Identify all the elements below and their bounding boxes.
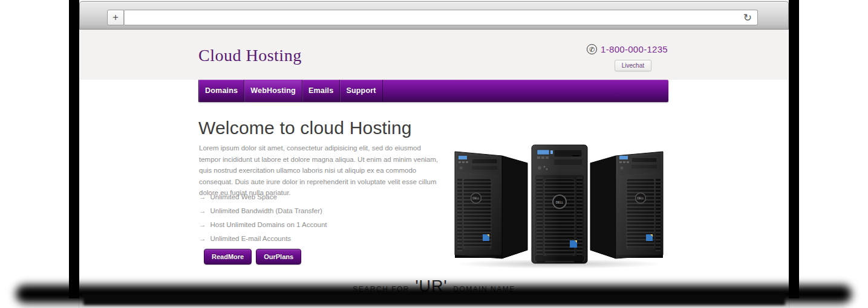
- nav-label: WebHosting: [250, 86, 296, 95]
- browser-window: + ↻ Cloud Hosting ✆ 1-800-000-1235 Livec…: [79, 1, 789, 308]
- feature-label: Unlimited Bandwidth (Data Transfer): [210, 207, 322, 214]
- main-nav: Domains WebHosting Emails Support: [198, 80, 668, 102]
- new-tab-button[interactable]: +: [107, 10, 124, 25]
- features-list: →Unlimited Web Space →Unlimited Bandwidt…: [199, 190, 327, 246]
- nav-label: Support: [346, 86, 376, 95]
- nav-item-support[interactable]: Support: [339, 80, 382, 102]
- plus-icon: +: [113, 11, 119, 23]
- server-tower-left: DELL: [455, 152, 527, 258]
- feature-item: →Unlimited Bandwidth (Data Transfer): [199, 204, 327, 218]
- server-towers-image: DELL: [451, 144, 667, 269]
- nav-item-emails[interactable]: Emails: [302, 80, 340, 102]
- nav-label: Emails: [308, 86, 334, 95]
- bottom-shadow-core: [83, 294, 785, 305]
- site-header: [80, 30, 788, 80]
- arrow-icon: →: [199, 221, 206, 228]
- feature-item: →Unlimited E-mail Accounts: [199, 232, 327, 246]
- reload-icon[interactable]: ↻: [743, 13, 752, 23]
- phone-icon: ✆: [587, 44, 597, 54]
- browser-chrome: + ↻: [79, 1, 789, 30]
- address-bar-input[interactable]: [130, 13, 743, 23]
- feature-label: Unlimited Web Space: [210, 193, 277, 201]
- nav-label: Domains: [205, 86, 238, 95]
- screen-bezel-right: [789, 0, 799, 298]
- our-plans-button[interactable]: OurPlans: [256, 249, 301, 265]
- nav-item-domains[interactable]: Domains: [198, 80, 244, 102]
- arrow-icon: →: [199, 193, 206, 201]
- read-more-button[interactable]: ReadMore: [204, 249, 252, 265]
- screen-bezel-left: [69, 0, 79, 298]
- page-title: Welcome to cloud Hosting: [198, 118, 412, 138]
- feature-label: Unlimited E-mail Accounts: [210, 235, 292, 242]
- feature-label: Host Unlimited Domains on 1 Account: [210, 221, 327, 228]
- phone-contact: ✆ 1-800-000-1235: [587, 44, 668, 54]
- webpage: Cloud Hosting ✆ 1-800-000-1235 Livechat …: [80, 30, 788, 308]
- arrow-icon: →: [199, 207, 206, 214]
- site-logo[interactable]: Cloud Hosting: [198, 46, 302, 65]
- address-row: + ↻: [107, 10, 758, 25]
- address-bar[interactable]: ↻: [124, 10, 758, 25]
- server-tower-center: DELL: [532, 145, 587, 263]
- livechat-button[interactable]: Livechat: [615, 60, 651, 71]
- screenshot-stage: + ↻ Cloud Hosting ✆ 1-800-000-1235 Livec…: [0, 0, 868, 308]
- phone-number: 1-800-000-1235: [601, 44, 668, 54]
- feature-item: →Host Unlimited Domains on 1 Account: [199, 218, 327, 232]
- server-tower-right: DELL: [590, 152, 663, 258]
- cta-row: ReadMore OurPlans: [204, 249, 301, 265]
- feature-item: →Unlimited Web Space: [199, 190, 327, 204]
- nav-item-webhosting[interactable]: WebHosting: [244, 80, 302, 102]
- arrow-icon: →: [199, 235, 206, 242]
